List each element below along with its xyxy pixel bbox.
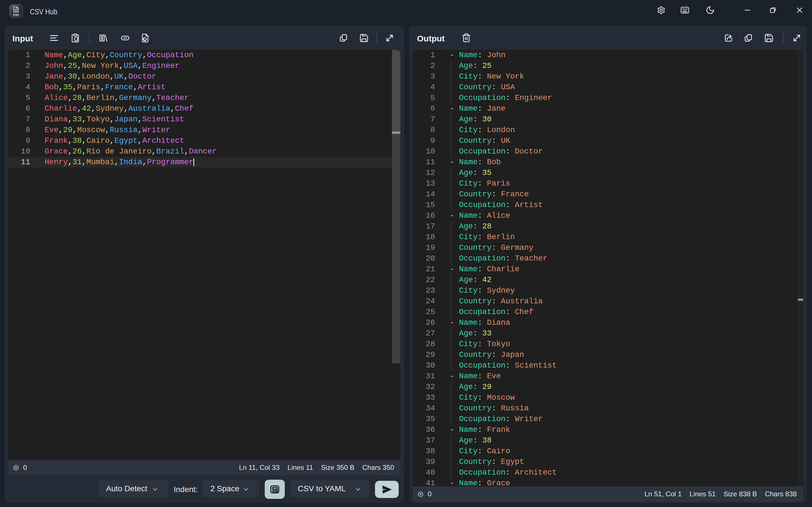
svg-text:CSV: CSV — [13, 13, 19, 17]
